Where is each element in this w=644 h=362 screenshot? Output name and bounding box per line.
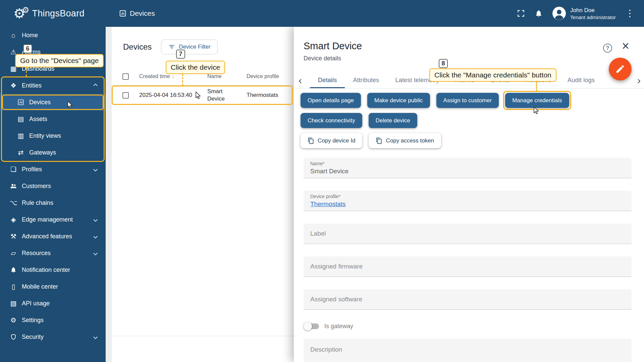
device-profile-field: Device profile* Thermostats: [304, 191, 632, 211]
help-button[interactable]: ?: [603, 44, 612, 53]
check-connectivity-button[interactable]: Check connectivity: [301, 113, 362, 128]
device-profile-field-label: Device profile*: [310, 194, 625, 199]
delete-device-button[interactable]: Delete device: [369, 113, 417, 128]
close-drawer-button[interactable]: ×: [622, 40, 629, 52]
devices-icon: [16, 99, 25, 106]
api-usage-icon: ▧: [9, 299, 18, 307]
assigned-firmware-label: Assigned firmware: [310, 263, 625, 270]
fullscreen-icon: [517, 9, 525, 18]
logo-gear-small-icon: ⚙: [22, 6, 30, 14]
drawer-title: Smart Device: [304, 40, 644, 52]
alarms-icon: ⚠: [9, 48, 18, 56]
sidebar-item-alarms[interactable]: ⚠ Alarms: [0, 44, 106, 60]
header-section-label: Devices: [130, 9, 155, 17]
manage-credentials-wrapper: Manage credentials: [505, 93, 569, 108]
device-details-drawer: Smart Device Device details ? × ‹ Detail…: [294, 27, 644, 362]
sidebar-item-edge-management[interactable]: ◈ Edge management: [0, 211, 106, 228]
copy-access-token-button[interactable]: Copy access token: [369, 133, 441, 148]
device-filter-label: Device Filter: [179, 44, 210, 50]
device-profile-link[interactable]: Thermostats: [310, 200, 346, 208]
close-icon: ×: [622, 39, 629, 53]
drawer-tabs: Details Attributes Latest telemetry Alar…: [310, 72, 603, 88]
notifications-button[interactable]: [535, 9, 543, 17]
make-device-public-button[interactable]: Make device public: [367, 93, 430, 108]
advanced-features-icon: ⚒: [9, 232, 18, 240]
fullscreen-button[interactable]: [517, 9, 525, 18]
header-section-title: Devices: [119, 0, 155, 27]
tab-relations[interactable]: Relations: [518, 72, 559, 88]
copy-access-token-label: Copy access token: [386, 137, 434, 144]
bell-icon: [535, 9, 543, 17]
open-details-page-button[interactable]: Open details page: [301, 93, 361, 108]
sidebar-item-advanced-features[interactable]: ⚒ Advanced features: [0, 228, 106, 245]
is-gateway-label: Is gateway: [324, 323, 353, 330]
label-field: Label: [304, 224, 632, 244]
sidebar-item-devices[interactable]: Devices: [0, 94, 106, 111]
device-filter-button[interactable]: Device Filter: [161, 40, 217, 54]
chevron-left-icon: ‹: [299, 75, 302, 86]
sidebar-item-mobile-center[interactable]: ▯ Mobile center: [0, 278, 106, 295]
manage-credentials-button[interactable]: Manage credentials: [505, 93, 569, 108]
sidebar-item-home[interactable]: ⌂ Home: [0, 27, 106, 44]
sidebar-item-label: Entities: [22, 82, 42, 89]
sidebar-item-dashboards[interactable]: ▦ Dashboards: [0, 60, 106, 77]
name-field: Name* Smart Device: [304, 158, 632, 178]
tab-audit-logs[interactable]: Audit logs: [559, 72, 603, 88]
row-checkbox[interactable]: [122, 92, 129, 99]
user-menu[interactable]: John Doe Tenant administrator: [552, 6, 616, 20]
brand-name: ThingsBoard: [32, 8, 84, 19]
sidebar-item-label: Settings: [22, 317, 44, 324]
table-footer-divider: [112, 336, 294, 336]
sidebar-item-entity-views[interactable]: ▥ Entity views: [0, 127, 106, 144]
is-gateway-toggle[interactable]: [304, 323, 319, 329]
tab-events[interactable]: Events: [483, 72, 518, 88]
sidebar-item-assets[interactable]: ▤ Assets: [0, 111, 106, 127]
cell-device-name: Smart Device: [207, 88, 236, 103]
sidebar-item-label: Resources: [22, 250, 51, 257]
profiles-icon: ❏: [9, 165, 18, 173]
tab-latest-telemetry[interactable]: Latest telemetry: [387, 72, 447, 88]
sidebar-item-customers[interactable]: Customers: [0, 178, 106, 194]
bell-icon: [9, 266, 18, 273]
chevron-down-icon: [93, 167, 98, 172]
chevron-down-icon: [93, 335, 98, 339]
tabs-scroll-right-button[interactable]: ›: [637, 72, 641, 88]
sidebar-item-security[interactable]: Security: [0, 328, 106, 345]
sidebar-item-api-usage[interactable]: ▧ API usage: [0, 295, 106, 312]
sidebar-item-settings[interactable]: ⚙ Settings: [0, 312, 106, 328]
sidebar-item-gateways[interactable]: ⇄ Gateways: [0, 144, 106, 161]
chevron-down-icon: [93, 234, 98, 239]
sidebar-item-label: Customers: [22, 183, 51, 190]
page-title: Devices: [123, 42, 152, 52]
sidebar-item-label: Mobile center: [22, 283, 58, 290]
thingsboard-app: ⚙ ⚙ ThingsBoard Devices: [0, 0, 644, 362]
column-created-time[interactable]: Created time↓: [139, 73, 207, 79]
more-menu-button[interactable]: ⋮: [625, 9, 635, 18]
sidebar-item-notification-center[interactable]: Notification center: [0, 261, 106, 278]
assigned-firmware-field: Assigned firmware: [304, 256, 632, 277]
sidebar-item-resources[interactable]: ▱ Resources: [0, 245, 106, 261]
device-details-form: Name* Smart Device Device profile* Therm…: [294, 153, 644, 362]
tab-details[interactable]: Details: [310, 72, 345, 88]
sidebar-item-rule-chains[interactable]: ⌥ Rule chains: [0, 194, 106, 211]
tabs-scroll-left-button[interactable]: ‹: [299, 72, 302, 88]
customers-icon: [9, 182, 18, 190]
select-all-checkbox[interactable]: [122, 73, 129, 80]
tab-alarms[interactable]: Alarms: [447, 72, 483, 88]
tab-attributes[interactable]: Attributes: [345, 72, 387, 88]
sidebar-item-label: Alarms: [22, 49, 41, 56]
pencil-icon: [615, 64, 625, 74]
copy-device-id-label: Copy device Id: [318, 137, 355, 144]
settings-gear-icon: ⚙: [9, 316, 18, 324]
sidebar-item-label: Entity views: [29, 132, 61, 139]
sidebar-item-profiles[interactable]: ❏ Profiles: [0, 161, 106, 178]
copy-device-id-button[interactable]: Copy device Id: [301, 133, 362, 148]
edit-device-fab[interactable]: [609, 58, 632, 80]
column-name[interactable]: Name: [207, 73, 247, 79]
label-field-label: Label: [310, 230, 625, 237]
assign-to-customer-button[interactable]: Assign to customer: [436, 93, 499, 108]
sidebar-item-entities[interactable]: ❖ Entities: [0, 77, 106, 94]
chevron-up-icon: [93, 83, 98, 88]
gateways-icon: ⇄: [16, 148, 25, 157]
thingsboard-logo[interactable]: ⚙ ⚙ ThingsBoard: [13, 7, 104, 20]
